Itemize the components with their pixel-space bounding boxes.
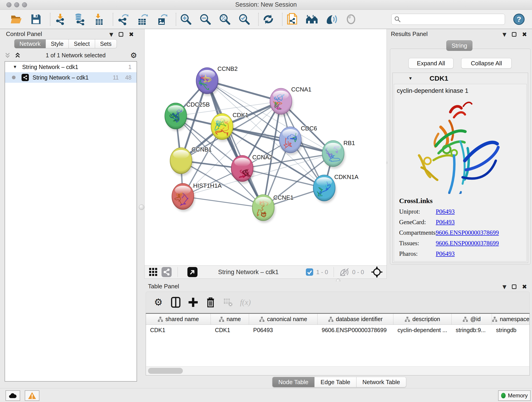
network-node[interactable]: CCNB1 [170, 146, 212, 176]
network-options-gear-icon[interactable]: ⚙ [130, 51, 137, 59]
close-panel-icon[interactable]: ✖ [129, 31, 134, 38]
float-panel-icon[interactable] [512, 32, 516, 37]
tab-string[interactable]: String [446, 40, 472, 51]
apply-layout-button[interactable] [262, 13, 274, 26]
network-view-title: String Network – cdk1 [218, 269, 279, 276]
hidden-eye-icon[interactable] [339, 268, 349, 276]
column-header[interactable]: description [393, 314, 452, 325]
tab-sets[interactable]: Sets [95, 39, 117, 48]
memory-button[interactable]: Memory [498, 390, 531, 401]
minimize-window-button[interactable] [14, 2, 19, 7]
network-node[interactable]: CDKN1A [313, 173, 359, 203]
delete-table-button[interactable] [222, 296, 234, 308]
export-network-button[interactable] [117, 13, 129, 26]
tab-edge-table[interactable]: Edge Table [315, 377, 356, 387]
network-node[interactable]: CCNE1 [252, 194, 293, 223]
search-input[interactable] [403, 16, 502, 22]
enhanced-labels-button[interactable] [325, 13, 337, 26]
import-network-database-button[interactable] [74, 13, 86, 26]
import-table-file-button[interactable] [93, 13, 105, 26]
create-column-button[interactable] [187, 296, 199, 308]
toolbar-separator [113, 13, 113, 26]
network-node[interactable]: HIST1H1A [172, 182, 222, 211]
zoom-out-button[interactable] [199, 13, 211, 26]
column-header[interactable]: @id [452, 314, 492, 325]
panel-menu-icon[interactable]: ▼ [502, 32, 506, 37]
zoom-in-button[interactable] [180, 13, 192, 26]
network-collection-row[interactable]: ▼ String Network – cdk1 1 [5, 62, 137, 72]
column-header[interactable]: canonical name [249, 314, 317, 325]
tab-network[interactable]: Network [14, 39, 46, 48]
compartments-link[interactable]: 9606.ENSP00000378699 [436, 229, 499, 236]
export-image-button[interactable] [156, 13, 168, 26]
zoom-selected-button[interactable] [238, 13, 250, 26]
pharos-link[interactable]: P06493 [436, 250, 455, 257]
collection-count: 1 [128, 64, 132, 70]
network-node[interactable]: CCNA2 [231, 154, 272, 184]
string-import-button[interactable] [286, 13, 298, 26]
string-home-button[interactable] [306, 13, 318, 26]
export-table-button[interactable] [136, 13, 148, 26]
maximize-window-button[interactable] [22, 2, 27, 7]
network-share-button[interactable] [162, 267, 172, 277]
tab-node-table[interactable]: Node Table [272, 377, 315, 387]
network-node[interactable]: RB1 [322, 140, 355, 169]
crosslink-label: Tissues: [399, 240, 436, 247]
edge-count: 48 [125, 74, 132, 81]
tab-style[interactable]: Style [46, 39, 69, 48]
collapse-all-button[interactable]: Collapse All [461, 58, 512, 69]
collapse-all-icon[interactable] [4, 52, 11, 59]
splitter-grip[interactable] [139, 204, 144, 210]
glass-ball-toggle-button[interactable] [345, 13, 357, 26]
expand-all-button[interactable]: Expand All [409, 58, 453, 69]
panel-menu-icon[interactable]: ▼ [109, 32, 113, 37]
tab-network-table[interactable]: Network Table [356, 377, 406, 387]
function-builder-button[interactable]: f(x) [239, 296, 251, 308]
external-arrow-icon [187, 267, 197, 277]
close-window-button[interactable] [6, 2, 12, 7]
delete-column-button[interactable] [205, 296, 216, 308]
column-header[interactable]: namespace [492, 314, 530, 325]
gene-collapse-icon[interactable]: ▼ [408, 76, 413, 81]
network-node[interactable]: CDC6 [279, 125, 317, 155]
save-session-button[interactable] [30, 13, 42, 26]
hidden-nodes-edges-count: 0 - 0 [352, 269, 364, 276]
open-session-button[interactable] [11, 13, 23, 26]
warnings-button[interactable] [25, 390, 39, 401]
cloud-button[interactable] [6, 390, 20, 401]
tissues-link[interactable]: 9606.ENSP00000378699 [436, 240, 499, 247]
network-node[interactable]: CDK1 [211, 112, 248, 142]
network-node[interactable]: CDC25B [165, 101, 210, 131]
table-row[interactable]: CDK1 CDK1 P06493 9606.ENSP00000378699 cy… [146, 325, 530, 335]
collection-expand-icon[interactable]: ▼ [13, 64, 17, 70]
network-row[interactable]: String Network – cdk1 11 48 [5, 72, 137, 83]
show-columns-button[interactable] [170, 296, 182, 308]
close-panel-icon[interactable]: ✖ [522, 283, 527, 290]
genecard-link[interactable]: P06493 [436, 219, 455, 226]
uniprot-link[interactable]: P06493 [436, 208, 455, 215]
network-node[interactable]: CCNB2 [196, 65, 238, 96]
scrollbar-thumb[interactable] [148, 368, 183, 374]
tab-select[interactable]: Select [69, 39, 95, 48]
panel-menu-icon[interactable]: ▼ [502, 284, 506, 290]
node-label: CCNE1 [273, 194, 293, 201]
import-network-file-button[interactable] [54, 13, 66, 26]
help-button[interactable]: ? [513, 13, 525, 25]
column-header[interactable]: database identifier [317, 314, 393, 325]
memory-label: Memory [508, 392, 528, 399]
column-header[interactable]: shared name [146, 314, 211, 325]
selected-checkbox-icon[interactable] [306, 268, 313, 276]
string-results-box: Expand All Collapse All ▼ CDK1 cyclin-de… [390, 49, 531, 264]
expand-all-icon[interactable] [14, 52, 21, 59]
network-canvas[interactable]: CCNB2CCNA1CDC25BCDK1CDC6RB1CCNB1CCNA2CDK… [144, 29, 387, 265]
table-options-button[interactable]: ⚙ [152, 296, 164, 308]
open-in-new-window-button[interactable] [187, 267, 197, 277]
birdseye-crosshair-icon[interactable] [371, 266, 383, 278]
float-panel-icon[interactable] [512, 284, 516, 289]
zoom-fit-button[interactable] [219, 13, 231, 26]
close-panel-icon[interactable]: ✖ [522, 31, 527, 38]
float-panel-icon[interactable] [119, 32, 123, 37]
birdseye-grid-button[interactable] [148, 267, 158, 277]
grid-icon [149, 268, 158, 277]
column-header[interactable]: name [211, 314, 249, 325]
